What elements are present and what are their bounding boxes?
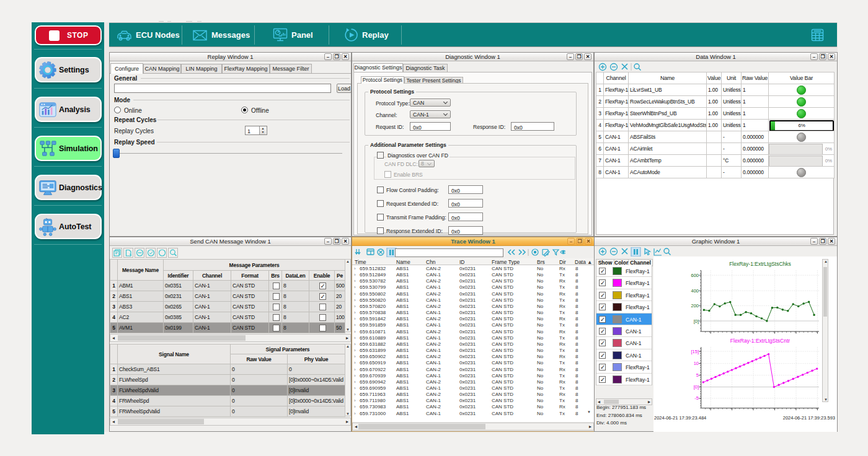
svg-text:-5: -5 [694,395,699,401]
svg-text:[15]: [15] [691,349,699,354]
svg-text:[0]: [0] [694,318,699,324]
svg-text:[0]: [0] [694,384,699,390]
svg-text:FlexRay-1:ExtrLtgStsCntr: FlexRay-1:ExtrLtgStsCntr [730,338,790,344]
svg-text:FlexRay-1:ExtrLtgStsChks: FlexRay-1:ExtrLtgStsChks [729,261,791,267]
svg-text:400: 400 [691,288,699,294]
svg-text:5: 5 [696,372,699,378]
svg-text:600: 600 [691,273,699,278]
svg-text:200: 200 [691,303,699,309]
svg-text:10: 10 [694,361,699,366]
